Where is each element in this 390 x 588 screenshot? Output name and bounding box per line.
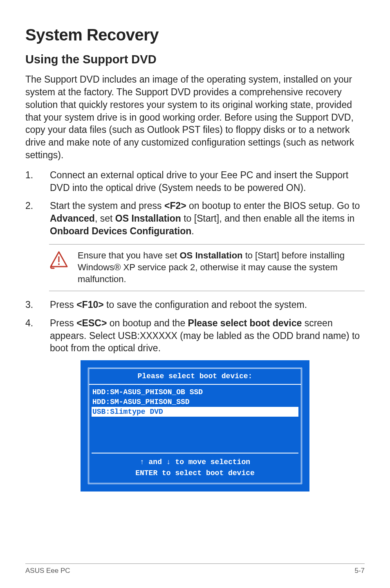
bold-select-boot: Please select boot device (188, 318, 302, 328)
text: . (191, 226, 194, 236)
boot-option-1: HDD:SM-ASUS_PHISON_OB SSD (92, 387, 298, 397)
steps-list-cont: Press <F10> to save the configuration an… (25, 298, 365, 355)
text: , set (95, 213, 115, 224)
footer-page-number: 5-7 (354, 566, 365, 576)
boot-hints: ↑ and ↓ to move selection ENTER to selec… (89, 453, 301, 483)
text: on bootup and the (107, 318, 188, 328)
intro-paragraph: The Support DVD includes an image of the… (25, 73, 365, 162)
bold-os-installation: OS Installation (115, 213, 181, 224)
bold-onboard-devices: Onboard Devices Configuration (50, 226, 191, 236)
boot-option-selected: USB:Slimtype DVD (92, 407, 298, 417)
boot-device-screen: Please select boot device: HDD:SM-ASUS_P… (81, 360, 309, 491)
svg-point-1 (58, 263, 60, 265)
bold-os-installation: OS Installation (180, 250, 243, 260)
step-3: Press <F10> to save the configuration an… (25, 298, 365, 311)
page-footer: ASUS Eee PC 5-7 (25, 563, 365, 576)
footer-product: ASUS Eee PC (25, 566, 70, 576)
text: to [Start], and then enable all the item… (181, 213, 354, 224)
boot-device-list: HDD:SM-ASUS_PHISON_OB SSD HDD:SM-ASUS_PH… (89, 385, 301, 454)
text: Start the system and press (50, 200, 164, 211)
boot-title: Please select boot device: (89, 369, 301, 384)
boot-option-2: HDD:SM-ASUS_PHISON_SSD (92, 397, 298, 407)
text: Ensure that you have set (78, 250, 180, 260)
step-1: Connect an external optical drive to you… (25, 169, 365, 194)
warning-box: Ensure that you have set OS Installation… (49, 244, 365, 291)
boot-hint-nav: ↑ and ↓ to move selection (89, 457, 301, 468)
key-f2: <F2> (164, 200, 186, 211)
bold-advanced: Advanced (50, 213, 95, 224)
boot-hint-select: ENTER to select boot device (89, 468, 301, 479)
steps-list: Connect an external optical drive to you… (25, 169, 365, 238)
text: Press (50, 318, 76, 328)
step-4: Press <ESC> on bootup and the Please sel… (25, 317, 365, 355)
key-esc: <ESC> (76, 318, 107, 328)
text: on bootup to enter the BIOS setup. Go to (186, 200, 360, 211)
section-heading: Using the Support DVD (25, 52, 365, 67)
text: to save the configuration and reboot the… (104, 299, 307, 310)
page-title: System Recovery (25, 24, 365, 46)
warning-text: Ensure that you have set OS Installation… (78, 249, 365, 285)
warning-icon (49, 251, 69, 269)
step-2: Start the system and press <F2> on bootu… (25, 200, 365, 237)
key-f10: <F10> (76, 299, 104, 310)
text: Press (50, 299, 76, 310)
